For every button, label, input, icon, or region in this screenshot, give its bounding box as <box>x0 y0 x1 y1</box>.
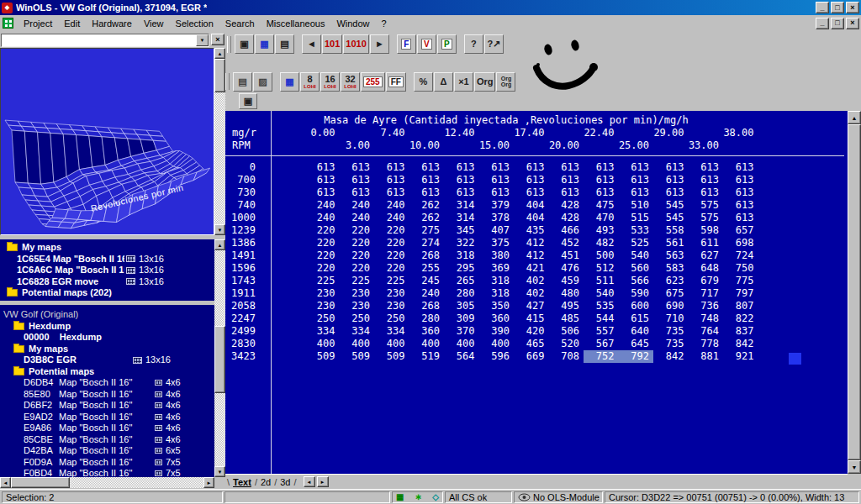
version-next-icon[interactable]: 1010 <box>343 34 368 54</box>
scroll-up-icon[interactable]: ▲ <box>214 48 225 59</box>
map-cell[interactable]: 717 <box>689 287 724 300</box>
map-cell[interactable]: 613 <box>689 161 724 174</box>
map-cell[interactable]: 220 <box>374 262 409 275</box>
tree-item-1c6828[interactable]: 1C6828 EGR move13x16 <box>0 276 214 288</box>
scrollbar-track[interactable] <box>214 59 225 224</box>
map-cell[interactable]: 613 <box>340 186 375 199</box>
map-vertical-scrollbar[interactable]: ▲ ▼ <box>848 111 861 474</box>
map-cell[interactable]: 613 <box>619 161 654 174</box>
map-cell[interactable]: 613 <box>340 174 375 186</box>
map-cell[interactable]: 322 <box>444 237 479 249</box>
menu-item-edit[interactable]: Edit <box>58 17 86 30</box>
map-cell[interactable]: 318 <box>479 275 515 287</box>
tab-2d[interactable]: 2d <box>257 476 274 488</box>
map-cell[interactable]: 822 <box>723 312 758 325</box>
scrollbar-thumb[interactable] <box>214 326 225 393</box>
map-cell[interactable]: 511 <box>584 275 619 287</box>
map-3d-preview[interactable]: Revoluciones por min <box>0 48 214 235</box>
map-cell[interactable]: 645 <box>619 338 654 350</box>
map-cell[interactable]: 752 <box>584 350 619 363</box>
map-cell[interactable]: 623 <box>653 275 689 287</box>
map-cell[interactable]: 360 <box>479 312 515 325</box>
project-root-item[interactable]: VW Golf (Original) <box>0 309 214 321</box>
org-compare-icon[interactable]: OrgOrg <box>496 72 515 92</box>
map-cell[interactable]: 613 <box>409 174 445 186</box>
map-cell[interactable]: 268 <box>409 300 445 312</box>
menu-item-hardware[interactable]: Hardware <box>86 17 138 30</box>
map-cell[interactable]: 230 <box>340 300 375 312</box>
mdi-restore-button[interactable]: □ <box>831 18 844 29</box>
map-window-icon[interactable]: ▦ <box>255 34 274 54</box>
map-cell[interactable]: 596 <box>479 350 515 363</box>
map-cell[interactable]: 428 <box>549 199 584 212</box>
toolbar-gripper[interactable] <box>227 36 231 53</box>
menu-item-view[interactable]: View <box>138 17 170 30</box>
map-cell[interactable]: 515 <box>619 212 654 224</box>
map-cell[interactable]: 240 <box>304 212 340 224</box>
map-cell[interactable]: 736 <box>689 300 724 312</box>
map-cell[interactable]: 255 <box>409 262 445 275</box>
map-cell[interactable]: 220 <box>374 224 409 237</box>
map-cell[interactable]: 509 <box>340 350 375 363</box>
map-cell[interactable]: 480 <box>549 287 584 300</box>
tree-item-e9a86[interactable]: E9A86Map "Bosch II 16"4x6 <box>0 423 214 434</box>
map-cell[interactable]: 881 <box>689 350 724 363</box>
map-cell[interactable]: 230 <box>374 300 409 312</box>
map-cell[interactable]: 314 <box>444 212 479 224</box>
nav-forward-icon[interactable]: ► <box>370 34 389 54</box>
map-cell[interactable]: 509 <box>374 350 409 363</box>
map-cell[interactable]: 545 <box>653 199 689 212</box>
map-cell[interactable]: 400 <box>444 338 479 350</box>
tree-item-potential-maps[interactable]: Potential maps <box>0 366 214 378</box>
map-cell[interactable]: 280 <box>444 287 479 300</box>
tab-3d[interactable]: 3d <box>277 476 293 488</box>
context-help-icon[interactable]: ?↗ <box>484 34 504 54</box>
window-cascade-icon[interactable]: ▣ <box>235 34 254 54</box>
map-cell[interactable]: 240 <box>340 199 375 212</box>
map-cell[interactable]: 378 <box>479 212 515 224</box>
map-cell[interactable]: 245 <box>409 275 445 287</box>
map-cell[interactable]: 475 <box>584 199 619 212</box>
tree-item-hexdump[interactable]: Hexdump <box>0 321 214 333</box>
menu-item-selection[interactable]: Selection <box>170 17 219 30</box>
scroll-left-icon[interactable]: ◄ <box>0 477 11 488</box>
map-cell[interactable]: 792 <box>619 350 654 363</box>
map-cell[interactable]: 520 <box>549 338 584 350</box>
map-cell[interactable]: 590 <box>619 287 654 300</box>
scrollbar-track[interactable] <box>848 124 861 460</box>
map-cell[interactable]: 295 <box>444 262 479 275</box>
selection-tools-icon[interactable]: ▨ <box>253 72 272 92</box>
view-p-icon[interactable]: P <box>437 34 457 54</box>
menu-item-window[interactable]: Window <box>330 17 375 30</box>
map-cell[interactable]: 220 <box>340 249 375 262</box>
map-cell[interactable]: 220 <box>304 237 340 249</box>
bits-8-icon[interactable]: 8LOHI <box>300 72 320 92</box>
map-cell[interactable]: 613 <box>723 186 758 199</box>
view-selector-combo[interactable]: ▼ <box>1 34 209 47</box>
map-cell[interactable]: 613 <box>409 186 445 199</box>
map-cell[interactable]: 613 <box>723 199 758 212</box>
map-cell[interactable]: 519 <box>409 350 445 363</box>
map-cell[interactable]: 583 <box>653 262 689 275</box>
map-grid-icon[interactable]: ▦ <box>280 72 299 92</box>
map-cell[interactable]: 220 <box>374 237 409 249</box>
map-cell[interactable]: 360 <box>409 325 445 338</box>
map-cell[interactable]: 764 <box>689 325 724 338</box>
value-ff-icon[interactable]: FF <box>386 72 406 92</box>
map-cell[interactable]: 540 <box>584 287 619 300</box>
map-cell[interactable]: 421 <box>514 262 549 275</box>
map-cell[interactable]: 613 <box>304 174 340 186</box>
map-cell[interactable]: 265 <box>444 275 479 287</box>
menu-item-miscellaneous[interactable]: Miscellaneous <box>261 17 331 30</box>
tab-scroll-left-icon[interactable]: ◄ <box>304 476 315 487</box>
map-cell[interactable]: 613 <box>444 161 479 174</box>
map-cell[interactable]: 558 <box>653 224 689 237</box>
map-cell[interactable]: 509 <box>304 350 340 363</box>
map-cell[interactable]: 613 <box>514 186 549 199</box>
map-cell[interactable]: 268 <box>409 249 445 262</box>
tree-item-85cbe[interactable]: 85CBEMap "Bosch II 16"4x6 <box>0 434 214 446</box>
map-cell[interactable]: 598 <box>689 224 724 237</box>
map-cell[interactable]: 613 <box>689 186 724 199</box>
map-cell[interactable]: 240 <box>304 199 340 212</box>
minimize-button[interactable]: _ <box>816 2 829 13</box>
